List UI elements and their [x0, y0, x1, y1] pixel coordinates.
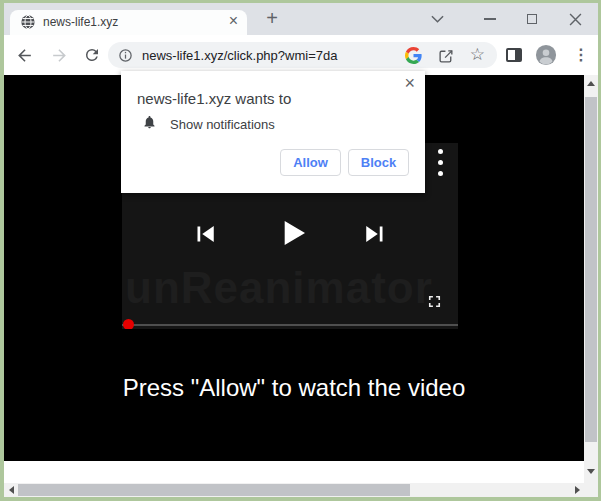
back-button[interactable]	[12, 43, 36, 67]
tab-strip: news-life1.xyz × +	[4, 3, 598, 35]
maximize-button[interactable]	[523, 10, 541, 28]
scroll-down-button[interactable]	[584, 463, 598, 479]
scroll-up-button[interactable]	[584, 75, 598, 91]
vertical-scrollbar[interactable]	[584, 75, 598, 483]
back-arrow-icon	[15, 46, 34, 65]
address-bar[interactable]: news-life1.xyz/click.php?wmi=7da ☆	[108, 42, 497, 68]
window-close-icon	[569, 13, 582, 26]
toolbar: news-life1.xyz/click.php?wmi=7da ☆ ⋮	[4, 35, 598, 75]
tab-news-life1[interactable]: news-life1.xyz ×	[10, 10, 247, 35]
scrollbar-corner	[584, 483, 598, 497]
scroll-down-icon	[587, 469, 595, 474]
skip-previous-icon	[190, 219, 220, 249]
share-icon[interactable]	[438, 47, 455, 64]
page-caption: Press "Allow" to watch the video	[4, 373, 584, 403]
progress-handle[interactable]	[123, 319, 134, 329]
tab-title: news-life1.xyz	[43, 15, 118, 29]
block-button[interactable]: Block	[348, 149, 409, 176]
bookmark-star-icon[interactable]: ☆	[470, 46, 485, 63]
fullscreen-icon	[425, 292, 444, 311]
scroll-left-icon	[9, 486, 14, 494]
allow-button[interactable]: Allow	[280, 149, 341, 176]
side-panel-fill	[515, 50, 520, 60]
bell-icon	[142, 114, 157, 134]
window-close-button[interactable]	[566, 10, 584, 28]
profile-avatar[interactable]	[535, 44, 557, 66]
skip-next-icon	[360, 219, 390, 249]
dialog-title: news-life1.xyz wants to	[137, 90, 291, 107]
tab-close-icon[interactable]: ×	[229, 12, 238, 30]
horizontal-scrollbar-thumb[interactable]	[18, 484, 410, 496]
progress-bar[interactable]	[122, 324, 458, 326]
url-text[interactable]: news-life1.xyz/click.php?wmi=7da	[142, 48, 405, 63]
browser-window: news-life1.xyz × +	[0, 0, 601, 501]
dialog-close-icon[interactable]: ×	[404, 73, 415, 94]
minimize-button[interactable]	[481, 10, 499, 28]
new-tab-button[interactable]: +	[260, 7, 284, 31]
reload-icon	[83, 46, 101, 64]
forward-arrow-icon	[50, 46, 69, 65]
scroll-right-button[interactable]	[570, 483, 584, 497]
play-icon	[273, 213, 313, 253]
vertical-scrollbar-thumb[interactable]	[585, 97, 597, 442]
previous-track-button[interactable]	[190, 219, 220, 253]
permission-label: Show notifications	[170, 117, 275, 132]
globe-favicon-icon	[20, 14, 36, 30]
scroll-up-icon	[587, 81, 595, 86]
side-panel-icon[interactable]	[506, 48, 522, 62]
player-watermark: unReanimator	[125, 263, 433, 313]
page-info-icon[interactable]	[118, 48, 133, 63]
reload-button[interactable]	[80, 43, 104, 67]
play-button[interactable]	[273, 213, 313, 257]
scroll-right-icon	[575, 486, 580, 494]
chevron-down-icon[interactable]	[428, 10, 446, 28]
forward-button[interactable]	[47, 43, 71, 67]
maximize-icon	[527, 14, 537, 24]
google-logo-icon[interactable]	[405, 47, 422, 64]
browser-menu-kebab-icon[interactable]: ⋮	[571, 45, 591, 65]
notification-permission-dialog: × news-life1.xyz wants to Show notificat…	[121, 71, 425, 193]
scroll-left-button[interactable]	[4, 483, 18, 497]
next-track-button[interactable]	[360, 219, 390, 253]
fullscreen-button[interactable]	[425, 292, 444, 315]
player-menu-kebab-icon[interactable]	[438, 149, 443, 182]
window-body: news-life1.xyz × +	[4, 3, 598, 497]
horizontal-scrollbar[interactable]	[4, 483, 584, 497]
minimize-icon	[484, 18, 496, 20]
